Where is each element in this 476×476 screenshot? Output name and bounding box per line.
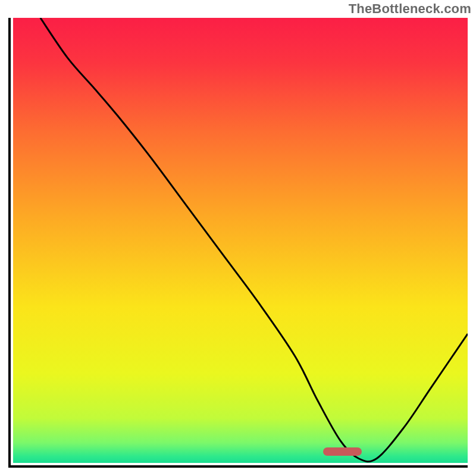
- bottleneck-curve: [13, 18, 468, 463]
- plot-area: [13, 18, 468, 463]
- watermark-text: TheBottleneck.com: [349, 1, 471, 17]
- chart-container: TheBottleneck.com: [0, 0, 476, 476]
- plot-frame: [8, 18, 468, 468]
- optimal-marker: [323, 447, 362, 456]
